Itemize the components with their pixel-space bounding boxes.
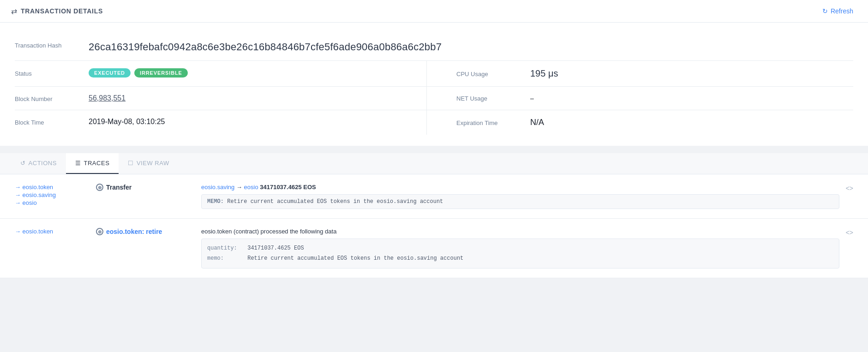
trace-action-col-1: ⊕ Transfer [89, 184, 190, 191]
transfer-to-1[interactable]: eosio [244, 184, 258, 191]
globe-icon-2: ⊕ [96, 228, 103, 235]
transfer-amount-1: 34171037.4625 EOS [260, 184, 316, 191]
memo-box-1: MEMO: Retire current accumulated EOS tok… [201, 194, 839, 209]
tab-traces[interactable]: ☰ TRACES [66, 153, 119, 174]
action-name-1: ⊕ Transfer [96, 184, 190, 191]
cpu-half: CPU Usage 195 μs [427, 61, 853, 86]
expiration-value: N/A [530, 118, 853, 127]
cpu-label: CPU Usage [456, 70, 530, 78]
trace-accounts-2: → eosio.token [15, 228, 89, 236]
transfer-from-1[interactable]: eosio.saving [201, 184, 234, 191]
trace-account-link[interactable]: → eosio.token [15, 228, 89, 235]
net-value: – [530, 95, 853, 102]
action-label-2[interactable]: eosio.token: retire [106, 228, 162, 235]
expand-icon-1[interactable]: <> [846, 185, 853, 192]
block-inner: Block Number 56,983,551 [15, 94, 412, 102]
status-inner: Status EXECUTED IRREVERSIBLE [15, 68, 412, 78]
hash-value: 26ca16319febafc0942a8c6e3be26c16b84846b7… [89, 41, 853, 53]
trace-detail-col-2: eosio.token (contract) processed the fol… [190, 228, 839, 268]
badge-irreversible: IRREVERSIBLE [134, 68, 188, 78]
refresh-button[interactable]: ↻ Refresh [819, 6, 857, 17]
expiration-label: Expiration Time [456, 119, 530, 126]
block-number-label: Block Number [15, 95, 89, 102]
data-key-quantity: quantity: [207, 244, 244, 254]
block-time-value: 2019-May-08, 03:10:25 [89, 118, 412, 126]
memo-label-1: MEMO: [207, 198, 224, 205]
data-val-quantity: 34171037.4625 EOS [247, 245, 304, 251]
hash-row: Transaction Hash 26ca16319febafc0942a8c6… [15, 34, 853, 61]
expiration-half: Expiration Time N/A [427, 110, 853, 135]
details-card: Transaction Hash 26ca16319febafc0942a8c6… [0, 23, 868, 146]
time-exp-row: Block Time 2019-May-08, 03:10:25 Expirat… [15, 110, 853, 135]
view-raw-tab-icon: ☐ [128, 160, 134, 167]
transfer-arrow-1: → [236, 184, 244, 191]
title-left: ⇄ TRANSACTION DETAILS [11, 7, 103, 16]
trace-account-link[interactable]: → eosio.saving [15, 191, 89, 198]
data-key-memo: memo: [207, 254, 244, 264]
page-title: TRANSACTION DETAILS [21, 7, 103, 15]
data-box-2: quantity: 34171037.4625 EOS memo: Retire… [201, 239, 839, 268]
separator [0, 146, 868, 149]
transaction-icon: ⇄ [11, 7, 17, 16]
tab-view-raw[interactable]: ☐ VIEW RAW [119, 153, 178, 174]
trace-expand-btn-1[interactable]: <> [839, 184, 853, 192]
trace-detail-col-1: eosio.saving → eosio 34171037.4625 EOS M… [190, 184, 839, 209]
transfer-header-1: eosio.saving → eosio 34171037.4625 EOS [201, 184, 839, 191]
table-row: → eosio.token ⊕ eosio.token: retire eosi… [0, 219, 868, 278]
data-row-memo: memo: Retire current accumulated EOS tok… [207, 254, 833, 264]
cpu-value: 195 μs [530, 68, 853, 79]
status-half: Status EXECUTED IRREVERSIBLE [15, 61, 427, 86]
contract-header-2: eosio.token (contract) processed the fol… [201, 228, 839, 235]
refresh-label: Refresh [831, 7, 853, 15]
status-label: Status [15, 69, 89, 77]
block-half: Block Number 56,983,551 [15, 87, 427, 110]
time-half: Block Time 2019-May-08, 03:10:25 [15, 110, 427, 135]
net-inner: NET Usage – [456, 94, 853, 102]
globe-icon: ⊕ [96, 184, 103, 191]
data-row-quantity: quantity: 34171037.4625 EOS [207, 244, 833, 254]
title-bar: ⇄ TRANSACTION DETAILS ↻ Refresh [0, 0, 868, 23]
actions-tab-icon: ↺ [20, 160, 26, 167]
status-cpu-row: Status EXECUTED IRREVERSIBLE CPU Usage 1… [15, 61, 853, 87]
trace-account-link[interactable]: → eosio [15, 199, 89, 206]
net-label: NET Usage [456, 94, 530, 102]
block-net-row: Block Number 56,983,551 NET Usage – [15, 87, 853, 110]
tab-actions[interactable]: ↺ ACTIONS [11, 153, 66, 174]
net-half: NET Usage – [427, 87, 853, 110]
refresh-icon: ↻ [822, 7, 828, 15]
expand-icon-2[interactable]: <> [846, 229, 853, 236]
trace-expand-btn-2[interactable]: <> [839, 228, 853, 236]
tabs-bar: ↺ ACTIONS ☰ TRACES ☐ VIEW RAW [0, 153, 868, 174]
traces-content: → eosio.token → eosio.saving → eosio ⊕ T… [0, 174, 868, 278]
table-row: → eosio.token → eosio.saving → eosio ⊕ T… [0, 174, 868, 219]
view-raw-tab-label: VIEW RAW [137, 160, 169, 167]
expiration-inner: Expiration Time N/A [456, 118, 853, 127]
cpu-inner: CPU Usage 195 μs [456, 68, 853, 79]
trace-account-link[interactable]: → eosio.token [15, 184, 89, 191]
action-name-2: ⊕ eosio.token: retire [96, 228, 190, 235]
block-time-label: Block Time [15, 118, 89, 126]
trace-accounts-1: → eosio.token → eosio.saving → eosio [15, 184, 89, 207]
data-val-memo: Retire current accumulated EOS tokens in… [247, 255, 463, 262]
hash-label: Transaction Hash [15, 41, 89, 49]
time-inner: Block Time 2019-May-08, 03:10:25 [15, 118, 412, 126]
traces-tab-label: TRACES [84, 160, 110, 167]
badge-executed: EXECUTED [89, 68, 131, 78]
trace-action-col-2: ⊕ eosio.token: retire [89, 228, 190, 235]
block-number-link[interactable]: 56,983,551 [89, 94, 126, 102]
actions-tab-label: ACTIONS [29, 160, 57, 167]
action-label-1: Transfer [106, 184, 132, 191]
traces-tab-icon: ☰ [75, 160, 81, 167]
page-wrapper: ⇄ TRANSACTION DETAILS ↻ Refresh Transact… [0, 0, 868, 352]
memo-value-1: Retire current accumulated EOS tokens in… [227, 198, 443, 205]
